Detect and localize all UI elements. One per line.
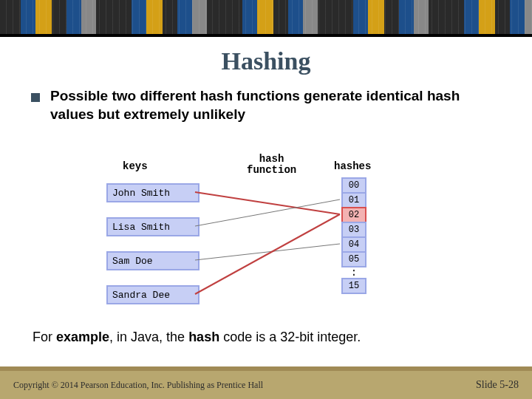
svg-line-3 xyxy=(195,214,340,294)
slide-number: Slide 5-28 xyxy=(476,379,519,391)
bullet-text: Possible two different hash functions ge… xyxy=(50,87,501,123)
example-line: For example, in Java, the hash code is a… xyxy=(33,330,361,345)
text-bold: example xyxy=(56,330,109,344)
decorative-banner xyxy=(0,0,532,37)
bullet-item: Possible two different hash functions ge… xyxy=(0,87,532,123)
page-title: Hashing xyxy=(0,47,532,75)
text: , in Java, the xyxy=(109,330,188,344)
svg-line-2 xyxy=(195,244,340,260)
footer: Copyright © 2014 Pearson Education, Inc.… xyxy=(0,366,532,399)
bullet-square-icon xyxy=(31,93,40,102)
hash-diagram: keys hash function hashes John Smith Lis… xyxy=(106,155,426,316)
copyright: Copyright © 2014 Pearson Education, Inc.… xyxy=(13,380,263,391)
text-bold: hash xyxy=(188,330,219,344)
mapping-lines xyxy=(106,155,426,316)
text: For xyxy=(33,330,56,344)
text: code is a 32-bit integer. xyxy=(219,330,361,344)
